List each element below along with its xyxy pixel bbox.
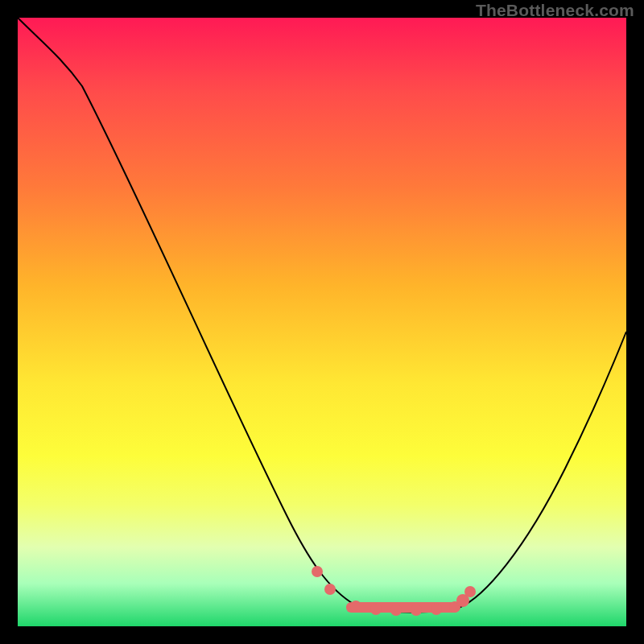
dot [390, 605, 402, 616]
dot [411, 605, 422, 616]
valley-band [346, 602, 459, 613]
dot [431, 604, 442, 615]
branding-watermark: TheBottleneck.com [476, 1, 634, 20]
bottleneck-curve [18, 18, 626, 626]
dot [370, 604, 382, 615]
dot [350, 601, 361, 612]
chart-frame: TheBottleneck.com [0, 0, 644, 644]
dot [324, 584, 336, 595]
dot [312, 566, 323, 577]
dot [464, 586, 476, 597]
curve-path [18, 18, 626, 613]
